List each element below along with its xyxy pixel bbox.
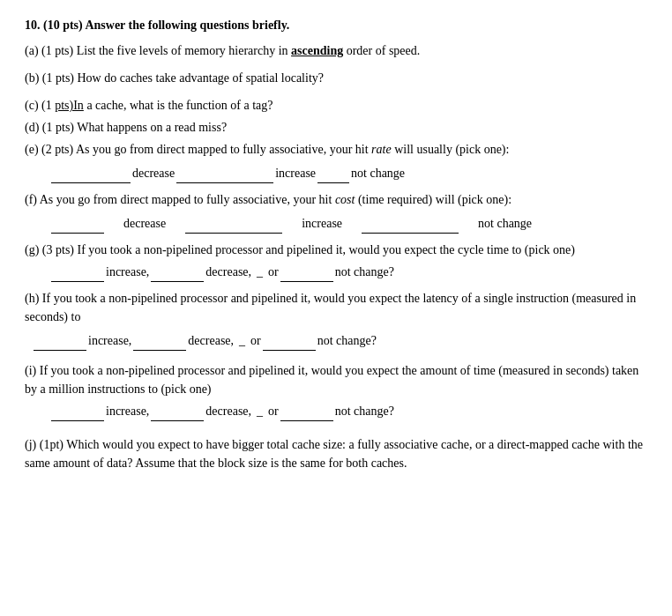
choice-g-blank1 <box>51 263 104 282</box>
sub-i-text: (i) If you took a non-pipelined processo… <box>25 361 647 398</box>
choice-g-decrease: decrease, <box>205 263 251 281</box>
question-title: 10. (10 pts) Answer the following questi… <box>25 16 647 34</box>
choice-g-blank3: _ <box>257 263 263 281</box>
sub-e-text-pre: (e) (2 pts) As you go from direct mapped… <box>25 143 371 156</box>
choice-g-notchange: not change? <box>335 263 394 281</box>
choice-f-increase: increase <box>302 214 342 233</box>
choice-h-increase: increase, <box>88 331 131 350</box>
sub-a-underline: ascending <box>291 44 343 57</box>
sub-i-choices: increase, decrease, _ or not change? <box>51 402 647 421</box>
choice-h-blank1 <box>34 331 86 351</box>
choice-e-blank1 <box>51 164 131 183</box>
question-block: 10. (10 pts) Answer the following questi… <box>25 16 647 472</box>
choice-i-increase: increase, <box>106 402 149 420</box>
choice-i-blank4 <box>280 402 333 421</box>
sub-g-text: (g) (3 pts) If you took a non-pipelined … <box>25 241 647 259</box>
choice-f-decrease: decrease <box>123 214 166 233</box>
sub-e-italic: rate <box>371 143 392 156</box>
choice-g-blank2 <box>151 263 204 282</box>
choice-h-notchange: not change? <box>317 331 377 350</box>
choice-f-blank1 <box>51 214 104 234</box>
sub-question-a: (a) (1 pts) List the five levels of memo… <box>25 41 647 60</box>
sub-b-text: (b) (1 pts) How do caches take advantage… <box>25 69 647 87</box>
choice-h-blank2 <box>133 331 186 351</box>
choice-g-blank4 <box>280 263 333 282</box>
sub-j-text: (j) (1pt) Which would you expect to have… <box>25 435 647 472</box>
sub-c-text-pre: (c) (1 <box>25 99 55 112</box>
choice-h-or: or <box>250 331 261 350</box>
sub-question-b: (b) (1 pts) How do caches take advantage… <box>25 69 647 87</box>
choice-f-blank3 <box>362 214 459 234</box>
sub-question-i: (i) If you took a non-pipelined processo… <box>25 361 647 398</box>
sub-question-j: (j) (1pt) Which would you expect to have… <box>25 435 647 472</box>
choice-i-notchange: not change? <box>335 402 394 420</box>
sub-f-text2: (time required) will (pick one): <box>355 193 511 206</box>
choice-h-decrease: decrease, <box>188 331 234 350</box>
choice-e-blank3 <box>317 164 349 183</box>
sub-g-choices: increase, decrease, _ or not change? <box>51 263 647 282</box>
choice-g-or: or <box>268 263 279 281</box>
choice-h-blank4 <box>263 331 316 351</box>
sub-e-text2: will usually (pick one): <box>392 143 510 156</box>
question-title-text: 10. (10 pts) Answer the following questi… <box>25 19 289 32</box>
choice-i-blank1 <box>51 402 104 421</box>
sub-question-g: (g) (3 pts) If you took a non-pipelined … <box>25 241 647 259</box>
choice-i-blank3: _ <box>257 402 263 420</box>
choice-g-increase: increase, <box>106 263 149 281</box>
choice-h-blank3: _ <box>239 331 245 350</box>
sub-e-choices: decrease increase not change <box>51 164 647 183</box>
sub-h-choices: increase, decrease, _ or not change? <box>34 331 647 351</box>
choice-e-notchange: not change <box>351 164 405 182</box>
sub-question-cd: (c) (1 pts)In a cache, what is the funct… <box>25 96 647 159</box>
sub-d-text: (d) (1 pts) What happens on a read miss? <box>25 118 647 137</box>
sub-a-text: (a) (1 pts) List the five levels of memo… <box>25 44 291 57</box>
sub-a-text2: order of speed. <box>343 44 420 57</box>
sub-f-text-pre: (f) As you go from direct mapped to full… <box>25 193 335 206</box>
choice-i-decrease: decrease, <box>205 402 251 420</box>
choice-e-blank2 <box>176 164 273 183</box>
sub-c-text2: a cache, what is the function of a tag? <box>84 99 273 112</box>
choice-e-decrease: decrease <box>132 164 175 182</box>
choice-e-increase: increase <box>275 164 316 182</box>
choice-f-notchange: not change <box>478 214 532 233</box>
sub-question-h: (h) If you took a non-pipelined processo… <box>25 289 647 326</box>
choice-f-blank2 <box>185 214 282 234</box>
sub-f-choices: decrease increase not change <box>51 214 647 234</box>
sub-f-italic: cost <box>335 193 355 206</box>
sub-h-text: (h) If you took a non-pipelined processo… <box>25 289 647 326</box>
choice-i-blank2 <box>151 402 204 421</box>
sub-c-underline: pts)In <box>55 99 84 112</box>
sub-question-f: (f) As you go from direct mapped to full… <box>25 190 647 209</box>
choice-i-or: or <box>268 402 279 420</box>
